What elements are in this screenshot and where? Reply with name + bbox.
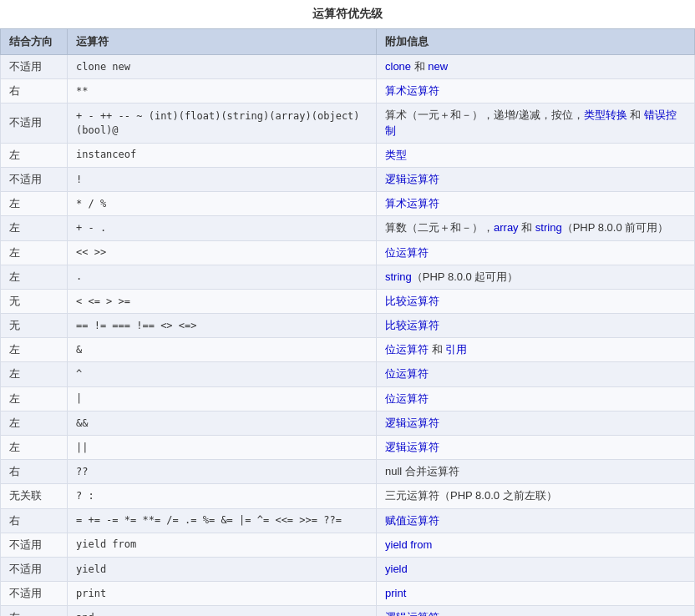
info-link[interactable]: 位运算符: [385, 367, 429, 380]
op-cell: yield from: [68, 533, 377, 557]
ref-link[interactable]: 引用: [445, 343, 467, 356]
info-cell: clone 和 new: [377, 55, 695, 79]
info-cell: 逻辑运算符: [377, 606, 695, 616]
assoc-cell: 不适用: [1, 55, 68, 79]
op-cell: = += -= *= **= /= .= %= &= |= ^= <<= >>=…: [68, 508, 377, 533]
info-link[interactable]: 比较运算符: [385, 319, 439, 331]
info-cell: yield: [377, 557, 695, 581]
info-cell: null 合并运算符: [377, 460, 695, 484]
assoc-cell: 左: [1, 411, 68, 435]
assoc-cell: 左: [1, 192, 68, 216]
page-title: 运算符优先级: [0, 0, 695, 28]
info-cell: 算术运算符: [377, 79, 695, 104]
new-link[interactable]: new: [428, 60, 448, 73]
table-row: 右??null 合并运算符: [1, 460, 695, 484]
info-link[interactable]: 逻辑运算符: [385, 173, 439, 185]
info-cell: 算术运算符: [377, 192, 695, 216]
assoc-cell: 不适用: [1, 533, 68, 557]
op-cell: << >>: [68, 240, 377, 265]
assoc-cell: 左: [1, 338, 68, 362]
op-cell: and: [68, 606, 377, 616]
type-convert-link[interactable]: 类型转换: [584, 109, 627, 121]
table-row: 左<< >>位运算符: [1, 240, 695, 265]
op-cell: yield: [68, 557, 377, 581]
clone-link[interactable]: clone: [385, 60, 411, 73]
info-link[interactable]: 逻辑运算符: [385, 441, 439, 453]
table-row: 左* / %算术运算符: [1, 192, 695, 216]
assoc-cell: 无: [1, 314, 68, 338]
table-row: 左^位运算符: [1, 362, 695, 386]
assoc-cell: 左: [1, 265, 68, 289]
info-cell: 位运算符: [377, 240, 695, 265]
info-link[interactable]: 赋值运算符: [385, 514, 439, 527]
info-link[interactable]: 比较运算符: [385, 295, 439, 307]
info-cell: 比较运算符: [377, 289, 695, 313]
table-row: 左.string（PHP 8.0.0 起可用）: [1, 265, 695, 289]
op-cell: instanceof: [68, 143, 377, 167]
table-row: 不适用!逻辑运算符: [1, 167, 695, 191]
op-cell: ? :: [68, 484, 377, 508]
info-cell: 算数（二元＋和－），array 和 string（PHP 8.0.0 前可用）: [377, 216, 695, 240]
info-link[interactable]: yield: [385, 563, 408, 575]
table-row: 右**算术运算符: [1, 79, 695, 104]
op-cell: **: [68, 79, 377, 104]
table-row: 不适用yieldyield: [1, 557, 695, 581]
op-cell: &&: [68, 411, 377, 435]
table-row: 不适用printprint: [1, 582, 695, 606]
info-cell: 位运算符 和 引用: [377, 338, 695, 362]
table-row: 不适用clone newclone 和 new: [1, 55, 695, 79]
op-cell: .: [68, 265, 377, 289]
op-cell: == != === !== <> <=>: [68, 314, 377, 338]
info-cell: 类型: [377, 143, 695, 167]
info-cell: 算术（一元＋和－），递增/递减，按位，类型转换 和 错误控制: [377, 104, 695, 143]
col-assoc-header: 结合方向: [1, 29, 68, 55]
bit-link[interactable]: 位运算符: [385, 343, 429, 356]
info-cell: 赋值运算符: [377, 508, 695, 533]
op-cell: &: [68, 338, 377, 362]
string-link[interactable]: string: [385, 270, 412, 283]
assoc-cell: 无关联: [1, 484, 68, 508]
col-info-header: 附加信息: [377, 29, 695, 55]
table-row: 无< <= > >=比较运算符: [1, 289, 695, 313]
info-link[interactable]: 算术运算符: [385, 197, 439, 210]
assoc-cell: 无: [1, 289, 68, 313]
op-cell: !: [68, 167, 377, 191]
assoc-cell: 左: [1, 606, 68, 616]
error-control-link[interactable]: 错误控制: [385, 109, 677, 136]
info-link[interactable]: 逻辑运算符: [385, 611, 439, 616]
assoc-cell: 右: [1, 508, 68, 533]
info-cell: 位运算符: [377, 386, 695, 411]
op-cell: + - ++ -- ~ (int)(float)(string)(array)(…: [68, 104, 377, 143]
info-cell: 比较运算符: [377, 314, 695, 338]
info-link[interactable]: print: [385, 587, 406, 599]
table-row: 右= += -= *= **= /= .= %= &= |= ^= <<= >>…: [1, 508, 695, 533]
info-link[interactable]: 位运算符: [385, 392, 429, 405]
op-cell: ??: [68, 460, 377, 484]
op-cell: ^: [68, 362, 377, 386]
op-cell: < <= > >=: [68, 289, 377, 313]
table-row: 左+ - .算数（二元＋和－），array 和 string（PHP 8.0.0…: [1, 216, 695, 240]
array-link[interactable]: array: [494, 221, 519, 234]
assoc-cell: 左: [1, 386, 68, 411]
table-row: 左instanceof类型: [1, 143, 695, 167]
assoc-cell: 左: [1, 143, 68, 167]
table-row: 左and逻辑运算符: [1, 606, 695, 616]
info-link[interactable]: 位运算符: [385, 246, 429, 259]
info-link[interactable]: 算术运算符: [385, 84, 439, 97]
info-link[interactable]: yield from: [385, 538, 432, 551]
info-link[interactable]: 类型: [385, 149, 407, 161]
assoc-cell: 不适用: [1, 582, 68, 606]
info-cell: string（PHP 8.0.0 起可用）: [377, 265, 695, 289]
col-op-header: 运算符: [68, 29, 377, 55]
assoc-cell: 左: [1, 362, 68, 386]
string-link[interactable]: string: [535, 221, 562, 234]
assoc-cell: 左: [1, 436, 68, 460]
table-row: 不适用yield fromyield from: [1, 533, 695, 557]
table-row: 左|位运算符: [1, 386, 695, 411]
op-cell: |: [68, 386, 377, 411]
op-cell: * / %: [68, 192, 377, 216]
table-row: 无== != === !== <> <=>比较运算符: [1, 314, 695, 338]
info-cell: 位运算符: [377, 362, 695, 386]
op-cell: clone new: [68, 55, 377, 79]
info-link[interactable]: 逻辑运算符: [385, 417, 439, 429]
